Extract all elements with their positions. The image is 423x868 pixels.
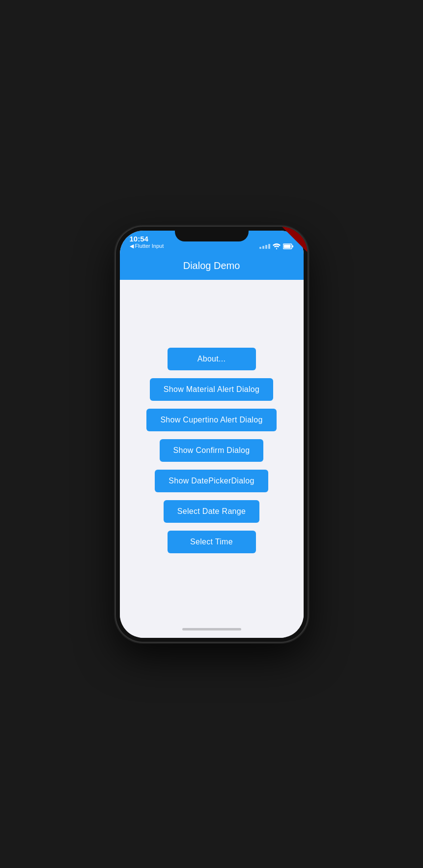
phone-screen: 10:54 ◀ Flutter Input xyxy=(120,231,304,638)
svg-rect-2 xyxy=(292,245,293,247)
app-bar: Dialog Demo xyxy=(120,252,304,280)
app-bar-title: Dialog Demo xyxy=(183,260,240,271)
home-indicator xyxy=(120,621,304,638)
back-nav[interactable]: ◀ Flutter Input xyxy=(130,243,164,249)
button-material-alert[interactable]: Show Material Alert Dialog xyxy=(150,378,273,401)
debug-label: DEBUG xyxy=(294,227,308,239)
svg-rect-1 xyxy=(283,244,290,248)
button-confirm[interactable]: Show Confirm Dialog xyxy=(160,439,264,462)
home-bar xyxy=(182,628,241,630)
button-time[interactable]: Select Time xyxy=(168,531,256,553)
button-date-range[interactable]: Select Date Range xyxy=(164,500,259,523)
signal-icon xyxy=(259,244,270,249)
button-cupertino-alert[interactable]: Show Cupertino Alert Dialog xyxy=(146,409,276,431)
status-icons xyxy=(259,243,294,249)
button-datepicker[interactable]: Show DatePickerDialog xyxy=(155,470,268,492)
phone-notch xyxy=(175,227,249,241)
wifi-icon xyxy=(273,243,281,249)
status-time: 10:54 xyxy=(130,235,164,242)
battery-icon xyxy=(283,243,294,249)
phone-frame: DEBUG 10:54 ◀ Flutter Input xyxy=(116,227,308,642)
content-area: About...Show Material Alert DialogShow C… xyxy=(120,280,304,621)
button-about[interactable]: About... xyxy=(168,348,256,370)
